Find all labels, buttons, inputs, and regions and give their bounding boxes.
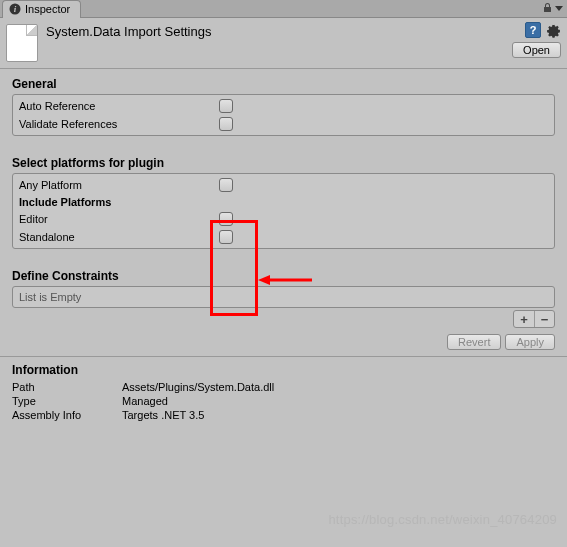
editor-row: Editor (19, 210, 548, 228)
watermark: https://blog.csdn.net/weixin_40764209 (328, 512, 557, 527)
constraints-add-button[interactable]: + (514, 311, 534, 327)
standalone-label: Standalone (19, 231, 219, 243)
constraints-list-footer: + − (12, 310, 555, 328)
standalone-row: Standalone (19, 228, 548, 246)
info-path-label: Path (12, 381, 122, 393)
auto-reference-label: Auto Reference (19, 100, 219, 112)
divider (0, 356, 567, 357)
platforms-heading: Select platforms for plugin (12, 156, 555, 170)
information-heading: Information (12, 363, 555, 377)
info-path-row: Path Assets/Plugins/System.Data.dll (12, 380, 555, 394)
revert-button[interactable]: Revert (447, 334, 501, 350)
info-path-value: Assets/Plugins/System.Data.dll (122, 381, 274, 393)
action-buttons: Revert Apply (0, 328, 567, 354)
info-icon: i (9, 3, 21, 15)
any-platform-label: Any Platform (19, 179, 219, 191)
constraints-empty-text: List is Empty (13, 287, 554, 307)
include-platforms-heading: Include Platforms (19, 194, 548, 210)
lock-icon[interactable] (542, 2, 553, 15)
help-icon[interactable]: ? (525, 22, 541, 38)
constraints-box: List is Empty (12, 286, 555, 308)
general-heading: General (12, 77, 555, 91)
constraints-remove-button[interactable]: − (534, 311, 554, 327)
asset-title: System.Data Import Settings (46, 22, 211, 39)
info-assembly-row: Assembly Info Targets .NET 3.5 (12, 408, 555, 422)
apply-button[interactable]: Apply (505, 334, 555, 350)
validate-references-label: Validate References (19, 118, 219, 130)
general-box: Auto Reference Validate References (12, 94, 555, 136)
auto-reference-row: Auto Reference (19, 97, 548, 115)
info-type-row: Type Managed (12, 394, 555, 408)
editor-checkbox[interactable] (219, 212, 233, 226)
info-type-value: Managed (122, 395, 168, 407)
asset-header: System.Data Import Settings ? Open (0, 18, 567, 64)
any-platform-checkbox[interactable] (219, 178, 233, 192)
panel-options (542, 2, 567, 15)
file-icon (6, 24, 38, 62)
info-assembly-value: Targets .NET 3.5 (122, 409, 204, 421)
info-type-label: Type (12, 395, 122, 407)
divider (0, 68, 567, 69)
tab-label: Inspector (25, 3, 70, 15)
standalone-checkbox[interactable] (219, 230, 233, 244)
gear-icon[interactable] (545, 22, 561, 38)
open-button[interactable]: Open (512, 42, 561, 58)
validate-references-row: Validate References (19, 115, 548, 133)
constraints-heading: Define Constraints (12, 269, 555, 283)
inspector-tab[interactable]: i Inspector (2, 0, 81, 18)
validate-references-checkbox[interactable] (219, 117, 233, 131)
panel-menu-dropdown-icon[interactable] (555, 6, 563, 11)
editor-label: Editor (19, 213, 219, 225)
info-assembly-label: Assembly Info (12, 409, 122, 421)
tab-bar: i Inspector (0, 0, 567, 18)
auto-reference-checkbox[interactable] (219, 99, 233, 113)
platforms-box: Any Platform Include Platforms Editor St… (12, 173, 555, 249)
any-platform-row: Any Platform (19, 176, 548, 194)
